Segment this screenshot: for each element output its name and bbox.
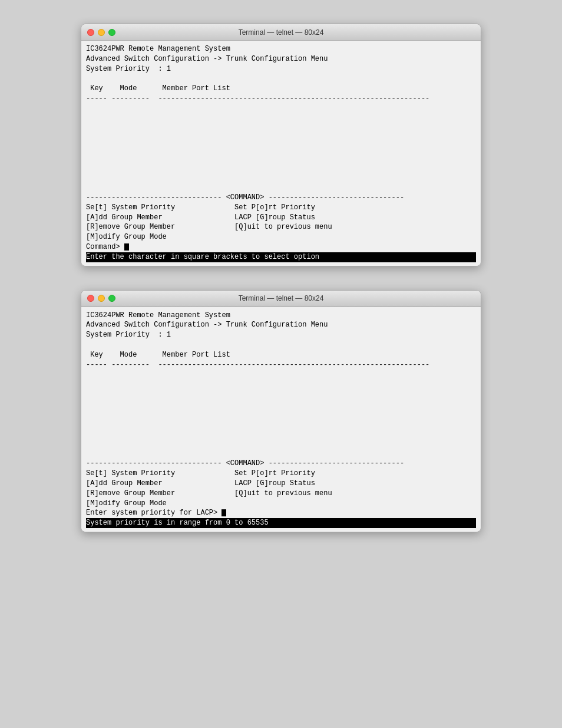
terminal-line: ----- --------- ------------------------… [86, 360, 476, 370]
traffic-lights-2 [87, 295, 115, 302]
terminal-line: IC3624PWR Remote Management System [86, 44, 476, 54]
window-title-1: Terminal — telnet — 80x24 [239, 28, 324, 37]
terminal-line [86, 390, 476, 400]
terminal-line [86, 133, 476, 143]
terminal-line [86, 400, 476, 410]
terminal-line: [R]emove Group Member [Q]uit to previous… [86, 489, 476, 499]
command-prompt-2[interactable]: Enter system priority for LACP> [86, 508, 476, 518]
minimize-button-2[interactable] [98, 295, 105, 302]
terminal-line: IC3624PWR Remote Management System [86, 311, 476, 321]
terminal-line [86, 123, 476, 133]
terminal-line: System Priority : 1 [86, 330, 476, 340]
terminal-line [86, 143, 476, 153]
close-button-2[interactable] [87, 295, 94, 302]
terminal-line: -------------------------------- <COMMAN… [86, 459, 476, 469]
terminal-line [86, 429, 476, 439]
terminal-line [86, 153, 476, 163]
status-bar-2: System priority is in range from 0 to 65… [86, 518, 476, 528]
terminal-line: ----- --------- ------------------------… [86, 94, 476, 104]
terminal-line: -------------------------------- <COMMAN… [86, 193, 476, 203]
terminal-line: [A]dd Group Member LACP [G]roup Status [86, 213, 476, 223]
terminal-line: Advanced Switch Configuration -> Trunk C… [86, 54, 476, 64]
traffic-lights-1 [87, 29, 115, 36]
minimize-button-1[interactable] [98, 29, 105, 36]
terminal-line: Se[t] System Priority Set P[o]rt Priorit… [86, 203, 476, 213]
terminal-body-1: IC3624PWR Remote Management System Advan… [81, 41, 481, 266]
status-bar-1: Enter the character in square brackets t… [86, 252, 476, 262]
terminal-line [86, 410, 476, 420]
terminal-body-2: IC3624PWR Remote Management System Advan… [81, 307, 481, 532]
terminal-line [86, 74, 476, 84]
terminal-line [86, 380, 476, 390]
terminal-line: [R]emove Group Member [Q]uit to previous… [86, 222, 476, 232]
title-bar-1: Terminal — telnet — 80x24 [81, 24, 481, 41]
terminal-line [86, 419, 476, 429]
terminal-line [86, 449, 476, 459]
terminal-line [86, 163, 476, 173]
terminal-line: Key Mode Member Port List [86, 350, 476, 360]
terminal-line: Key Mode Member Port List [86, 84, 476, 94]
terminal-line [86, 370, 476, 380]
cursor-1 [124, 243, 129, 251]
terminal-window-1: Terminal — telnet — 80x24 IC3624PWR Remo… [81, 24, 481, 266]
maximize-button-2[interactable] [108, 295, 115, 302]
window-title-2: Terminal — telnet — 80x24 [239, 294, 324, 302]
terminal-line: System Priority : 1 [86, 64, 476, 74]
terminal-line [86, 340, 476, 350]
terminal-line [86, 183, 476, 193]
close-button-1[interactable] [87, 29, 94, 36]
command-prompt-1[interactable]: Command> [86, 242, 476, 252]
terminal-line: [M]odify Group Mode [86, 232, 476, 242]
title-bar-2: Terminal — telnet — 80x24 [81, 291, 481, 307]
terminal-line: Se[t] System Priority Set P[o]rt Priorit… [86, 469, 476, 479]
cursor-2 [222, 509, 226, 516]
terminal-line: [A]dd Group Member LACP [G]roup Status [86, 479, 476, 489]
terminal-line: [M]odify Group Mode [86, 499, 476, 509]
terminal-line [86, 173, 476, 183]
terminal-line [86, 114, 476, 124]
terminal-line: Advanced Switch Configuration -> Trunk C… [86, 320, 476, 330]
terminal-line [86, 104, 476, 114]
terminal-line [86, 439, 476, 449]
terminal-window-2: Terminal — telnet — 80x24 IC3624PWR Remo… [81, 290, 481, 533]
maximize-button-1[interactable] [108, 29, 115, 36]
